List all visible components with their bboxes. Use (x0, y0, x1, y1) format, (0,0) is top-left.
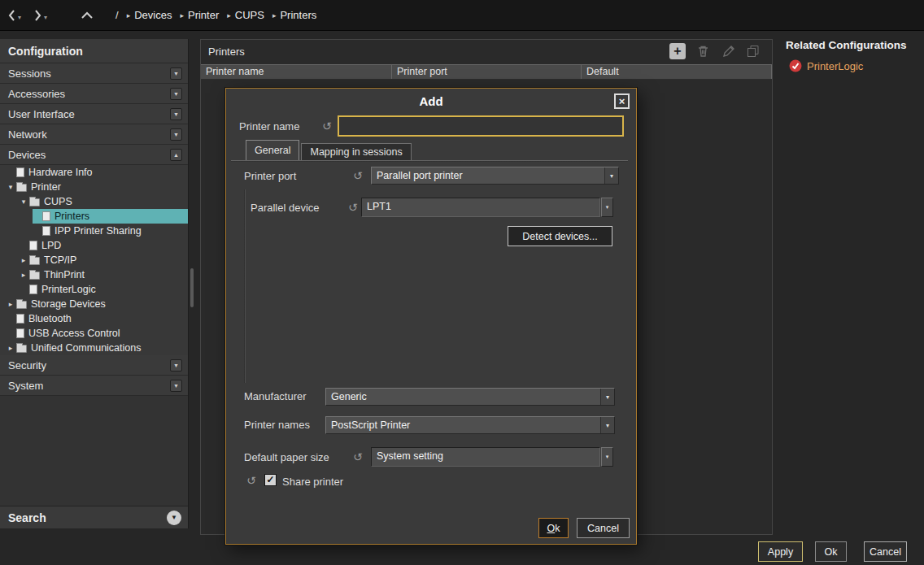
chevron-down-icon[interactable]: ▾ (600, 417, 614, 433)
section-label: Sessions (8, 67, 51, 80)
back-history-caret-icon[interactable]: ▾ (18, 14, 21, 21)
sidebar-section-devices[interactable]: Devices▲ (0, 145, 188, 165)
tab-mapping-in-sessions[interactable]: Mapping in sessions (301, 143, 411, 160)
sidebar-section-system[interactable]: System▼ (0, 376, 188, 396)
forward-button[interactable]: ▾ (34, 9, 47, 21)
back-button[interactable]: ▾ (8, 9, 21, 21)
tree-item-label: Bluetooth (28, 313, 72, 324)
tree-item-ipp-printer-sharing[interactable]: IPP Printer Sharing (0, 224, 188, 238)
tree-item-label: TCP/IP (44, 254, 76, 266)
breadcrumb-arrow-icon: ▸ (227, 11, 231, 20)
tree-item-thinprint[interactable]: ▸ThinPrint (0, 267, 188, 282)
sidebar-section-network[interactable]: Network▼ (0, 124, 188, 145)
expand-section-icon[interactable]: ▼ (170, 128, 182, 141)
sidebar-section-accessories[interactable]: Accessories▼ (0, 84, 188, 104)
dialog-cancel-button[interactable]: Cancel (577, 518, 630, 538)
trash-icon (697, 45, 709, 58)
breadcrumb-item-printers[interactable]: ▸Printers (272, 9, 316, 21)
breadcrumb-item-devices[interactable]: ▸Devices (127, 9, 172, 21)
tree-item-bluetooth[interactable]: Bluetooth (0, 311, 188, 326)
manufacturer-select[interactable]: Generic ▾ (325, 388, 615, 406)
column-header-printer-port[interactable]: Printer port (392, 65, 582, 79)
ok-button[interactable]: Ok (815, 541, 847, 562)
folder-icon (29, 198, 40, 206)
tree-item-label: ThinPrint (44, 269, 85, 280)
section-label: Devices (8, 149, 46, 161)
chevron-down-icon[interactable]: ▾ (604, 167, 618, 184)
sidebar-scrollbar-thumb[interactable] (190, 268, 194, 307)
sidebar-section-security[interactable]: Security▼ (0, 355, 188, 376)
search-expand-icon[interactable]: ▼ (167, 511, 181, 525)
sidebar-section-user-interface[interactable]: User Interface▼ (0, 104, 188, 124)
cancel-button[interactable]: Cancel (864, 541, 907, 562)
copy-printer-button[interactable] (745, 43, 761, 59)
tree-item-printer[interactable]: ▾Printer (0, 180, 188, 194)
sidebar-title: Configuration (0, 39, 188, 63)
manufacturer-value: Generic (331, 391, 600, 402)
breadcrumb-arrow-icon: ▸ (127, 11, 131, 20)
tree-item-printers[interactable]: Printers (0, 209, 188, 224)
breadcrumb-item-cups[interactable]: ▸CUPS (227, 9, 264, 21)
delete-printer-button[interactable] (695, 43, 711, 59)
breadcrumb-item-printer[interactable]: ▸Printer (180, 9, 219, 21)
collapse-icon[interactable]: ▾ (18, 198, 29, 206)
edit-printer-button[interactable] (720, 43, 736, 59)
share-printer-checkbox[interactable]: ✓ (264, 474, 277, 486)
up-button[interactable] (81, 11, 93, 20)
apply-button[interactable]: Apply (758, 541, 803, 562)
expand-icon[interactable]: ▸ (18, 256, 29, 264)
chevron-down-icon[interactable]: ▾ (600, 389, 614, 405)
breadcrumb-root[interactable]: / (116, 9, 119, 21)
tree-item-cups[interactable]: ▾CUPS (0, 194, 188, 209)
search-section-header[interactable]: Search ▼ (0, 506, 188, 528)
expand-section-icon[interactable]: ▼ (170, 108, 182, 120)
parallel-device-input[interactable]: LPT1 (361, 198, 600, 217)
tree-item-lpd[interactable]: LPD (0, 238, 188, 253)
expand-section-icon[interactable]: ▼ (170, 359, 182, 372)
related-item-printerlogic[interactable]: PrinterLogic (789, 59, 924, 72)
paper-size-dropdown-button[interactable]: ▾ (601, 447, 613, 467)
expand-icon[interactable]: ▸ (18, 271, 29, 279)
tree-item-unified-communications[interactable]: ▸Unified Communications (0, 341, 188, 355)
printer-name-input[interactable] (338, 115, 624, 137)
tree-item-printerlogic[interactable]: PrinterLogic (0, 282, 188, 297)
search-label: Search (8, 511, 46, 524)
paper-size-toggle-icon[interactable]: ↺ (353, 451, 363, 463)
share-printer-toggle-icon[interactable]: ↺ (246, 475, 256, 486)
config-tree: Hardware Info▾Printer▾CUPSPrintersIPP Pr… (0, 165, 188, 355)
tree-item-tcp-ip[interactable]: ▸TCP/IP (0, 253, 188, 267)
paper-size-input[interactable]: System setting (371, 447, 600, 467)
file-icon (16, 328, 24, 338)
expand-section-icon[interactable]: ▼ (170, 67, 182, 80)
expand-section-icon[interactable]: ▼ (170, 88, 182, 100)
tree-item-usb-access-control[interactable]: USB Access Control (0, 326, 188, 341)
tree-item-storage-devices[interactable]: ▸Storage Devices (0, 297, 188, 311)
forward-history-caret-icon[interactable]: ▾ (44, 14, 47, 21)
parallel-device-dropdown-button[interactable]: ▾ (601, 198, 613, 217)
tree-item-hardware-info[interactable]: Hardware Info (0, 165, 188, 180)
detect-devices-button[interactable]: Detect devices... (508, 226, 612, 246)
expand-icon[interactable]: ▸ (5, 344, 16, 352)
printer-port-toggle-icon[interactable]: ↺ (353, 170, 363, 181)
dialog-ok-button[interactable]: Ok (538, 518, 569, 538)
parallel-device-toggle-icon[interactable]: ↺ (348, 202, 358, 213)
column-header-default[interactable]: Default (582, 65, 772, 79)
printer-name-toggle-icon[interactable]: ↺ (322, 120, 332, 132)
add-printer-button[interactable]: + (669, 43, 686, 59)
collapse-icon[interactable]: ▾ (5, 183, 16, 191)
printerlogic-icon (789, 59, 802, 72)
breadcrumb-item-label: Devices (134, 9, 172, 21)
expand-icon[interactable]: ▸ (5, 300, 16, 308)
tab-general[interactable]: General (246, 140, 299, 160)
column-header-printer-name[interactable]: Printer name (201, 65, 392, 79)
section-label: Security (8, 359, 46, 372)
printer-names-select[interactable]: PostScript Printer ▾ (325, 416, 615, 434)
tree-item-label: Unified Communications (31, 342, 141, 354)
dialog-close-button[interactable]: × (614, 93, 630, 109)
chevron-up-icon (81, 11, 93, 20)
sidebar-section-sessions[interactable]: Sessions▼ (0, 63, 188, 84)
printer-port-select[interactable]: Parallel port printer ▾ (371, 167, 619, 185)
collapse-section-icon[interactable]: ▲ (170, 149, 182, 161)
folder-icon (16, 184, 27, 192)
expand-section-icon[interactable]: ▼ (170, 380, 182, 392)
